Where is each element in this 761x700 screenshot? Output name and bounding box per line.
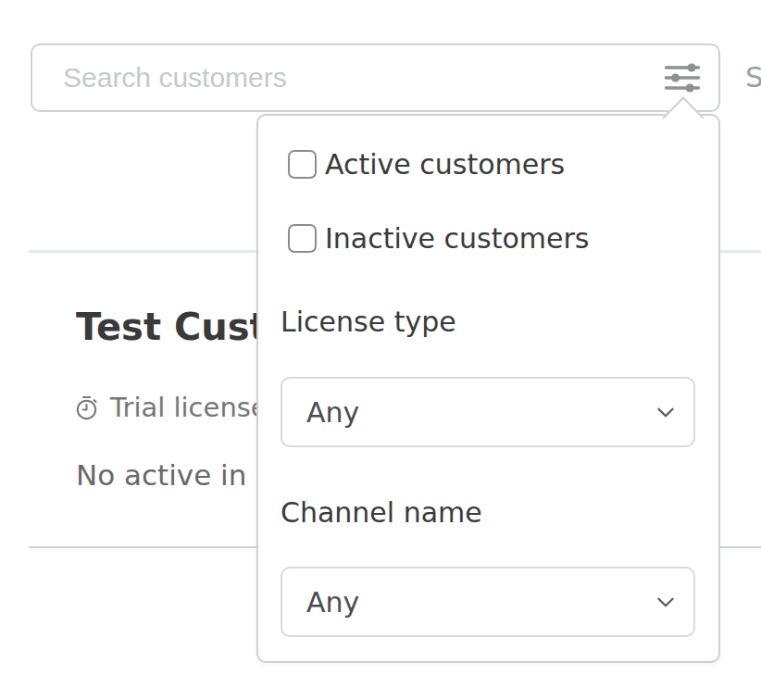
customer-status-text: No active in [76, 456, 246, 494]
chevron-down-icon [654, 590, 678, 614]
license-badge: Trial license [73, 390, 268, 425]
chevron-down-icon [654, 400, 678, 424]
inactive-customers-checkbox-row[interactable]: Inactive customers [288, 222, 589, 255]
truncated-right-label: S [745, 58, 761, 95]
sliders-icon [662, 57, 703, 98]
license-badge-label: Trial license [110, 390, 268, 425]
active-customers-label: Active customers [325, 148, 565, 181]
channel-name-select-value: Any [282, 586, 359, 619]
search-bar [31, 44, 720, 112]
timer-icon [73, 394, 100, 421]
license-type-select-value: Any [282, 396, 359, 429]
customers-page: S Test Customer Trial license No active … [0, 0, 761, 700]
license-type-select[interactable]: Any [281, 377, 695, 447]
search-input[interactable] [32, 50, 718, 106]
filter-button[interactable] [657, 53, 707, 103]
inactive-customers-label: Inactive customers [325, 222, 589, 255]
channel-name-label: Channel name [281, 494, 482, 531]
license-type-label: License type [281, 304, 456, 341]
channel-name-select[interactable]: Any [281, 567, 695, 637]
inactive-customers-checkbox[interactable] [288, 224, 317, 253]
filter-popover: Active customers Inactive customers Lice… [256, 114, 720, 663]
active-customers-checkbox-row[interactable]: Active customers [288, 148, 565, 181]
active-customers-checkbox[interactable] [288, 150, 317, 179]
